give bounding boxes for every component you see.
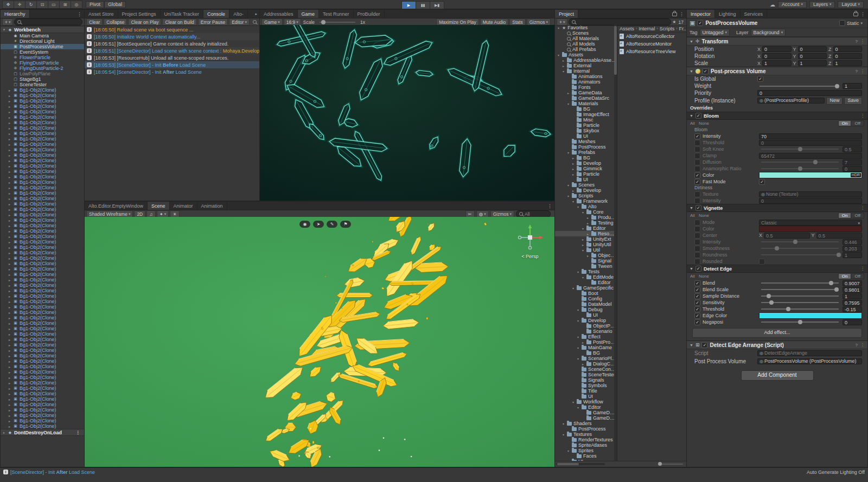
tree-arrow-icon[interactable]: ▾ <box>561 422 565 426</box>
console-log-row[interactable]: i[18:05:50] Initialize World Context aut… <box>85 33 259 40</box>
project-folder-prefabs[interactable]: ▾Prefabs <box>555 150 617 155</box>
project-folder-resource[interactable]: ▸Resource <box>555 231 617 236</box>
hierarchy-item-clone[interactable]: ▸▣Bg1-Obj2(Clone) <box>1 299 84 304</box>
expand-arrow-icon[interactable]: ▸ <box>8 137 11 141</box>
hierarchy-item-clone[interactable]: ▸▣Bg1-Obj2(Clone) <box>1 380 84 385</box>
project-folder-productio[interactable]: ▸Productio <box>555 215 617 220</box>
hierarchy-item-clone[interactable]: ▸▣Bg1-Obj2(Clone) <box>1 152 84 158</box>
project-folder-editor[interactable]: ▾Editor <box>555 404 617 410</box>
expand-arrow-icon[interactable]: ▸ <box>8 354 11 358</box>
expand-arrow-icon[interactable]: ▸ <box>8 343 11 347</box>
hierarchy-item-clone[interactable]: ▸▣Bg1-Obj2(Clone) <box>1 114 84 120</box>
override-checkbox[interactable] <box>694 140 700 146</box>
overlay-select-button[interactable]: ➤ <box>313 221 324 228</box>
project-folder-tests[interactable]: ▾Tests <box>555 269 617 274</box>
object-field[interactable]: ◎DetectEdgeArrange <box>757 350 862 356</box>
hierarchy-item-clone[interactable]: ▸▣Bg1-Obj2(Clone) <box>1 353 84 358</box>
expand-arrow-icon[interactable]: ▸ <box>8 251 11 255</box>
project-folder-unityext[interactable]: ▸UnityExt <box>555 236 617 242</box>
menu-icon[interactable]: ⋮ <box>860 39 865 44</box>
override-checkbox[interactable] <box>694 220 700 226</box>
project-folder-scenetester[interactable]: SceneTester <box>555 372 617 377</box>
tree-arrow-icon[interactable]: ▾ <box>571 400 575 404</box>
transform-tool-icon[interactable]: ⊞ <box>59 1 71 9</box>
layout-dropdown[interactable]: Layout▾ <box>838 1 864 8</box>
overlay-edit-button[interactable]: ✎ <box>327 221 337 228</box>
console-log-row[interactable]: i[18:05:51] [SceneDirector] Load scene w… <box>85 47 259 54</box>
rotation-x-field[interactable]: 0 <box>762 53 791 59</box>
add-effect-button[interactable]: Add effect... <box>692 328 862 338</box>
override-checkbox[interactable] <box>694 159 700 165</box>
pause-button[interactable]: ▮▮ <box>416 1 430 9</box>
move-tool-icon[interactable]: ✛ <box>14 1 25 9</box>
tree-arrow-icon[interactable]: ▾ <box>581 227 585 230</box>
project-folder-gamespecific[interactable]: ▾GameSpecific <box>555 285 617 291</box>
hierarchy-item-clone[interactable]: ▸▣Bg1-Obj2(Clone) <box>1 375 84 380</box>
hierarchy-item-clone[interactable]: ▸▣Bg1-Obj2(Clone) <box>1 402 84 407</box>
hierarchy-item-clone[interactable]: ▸▣Bg1-Obj2(Clone) <box>1 207 84 212</box>
override-checkbox[interactable]: ✓ <box>694 133 700 139</box>
expand-arrow-icon[interactable]: ▸ <box>8 370 11 374</box>
expand-arrow-icon[interactable]: ▸ <box>8 181 11 184</box>
override-checkbox[interactable]: ✓ <box>694 293 700 299</box>
override-checkbox[interactable]: ✓ <box>694 179 700 185</box>
enum-dropdown[interactable]: Classic▾ <box>759 220 862 226</box>
project-folder-particle[interactable]: ▸Particle <box>555 171 617 177</box>
tree-arrow-icon[interactable]: ▸ <box>581 237 585 241</box>
project-folder-develop[interactable]: ▸Develop <box>555 160 617 166</box>
slider-knob[interactable] <box>658 462 662 466</box>
scene-viewport-canvas[interactable] <box>85 217 554 467</box>
menu-icon[interactable]: ⋮ <box>75 430 80 435</box>
bloom-enabled-checkbox[interactable]: ✓ <box>695 113 701 119</box>
project-folder-postprocess[interactable]: PostProcess <box>555 144 617 150</box>
slider-knob[interactable] <box>793 240 797 244</box>
expand-arrow-icon[interactable]: ▸ <box>8 132 11 136</box>
tab-asset-store[interactable]: Asset Store <box>85 10 118 18</box>
expand-arrow-icon[interactable]: ▸ <box>8 278 11 282</box>
slider[interactable] <box>761 168 839 169</box>
expand-arrow-icon[interactable]: ▸ <box>8 300 11 304</box>
slider[interactable] <box>761 254 839 255</box>
foldout-arrow-icon[interactable]: ▼ <box>2 28 6 31</box>
hierarchy-item-flyingdustparticle[interactable]: ❊FlyingDustParticle <box>1 60 84 66</box>
value-field[interactable]: 1 <box>843 252 862 258</box>
project-folder-editmode[interactable]: ▾EditMode <box>555 274 617 280</box>
hierarchy-item-clone[interactable]: ▸▣Bg1-Obj2(Clone) <box>1 277 84 282</box>
slider-knob[interactable] <box>837 253 841 257</box>
project-folder-gamedatai[interactable]: GameDataI <box>555 415 617 421</box>
foldout-arrow-icon[interactable]: ▼ <box>690 206 693 210</box>
expand-arrow-icon[interactable]: ▸ <box>8 164 11 168</box>
profile-object-field[interactable]: ◎ (PostProcessProfile) <box>757 98 825 104</box>
expand-arrow-icon[interactable]: ▸ <box>8 332 11 336</box>
project-folder-scenes[interactable]: ▾Scenes <box>555 182 617 188</box>
tree-arrow-icon[interactable]: ▾ <box>566 194 570 198</box>
project-folder-bg[interactable]: BG <box>555 106 617 112</box>
override-checkbox[interactable]: ✓ <box>694 287 700 293</box>
value-field[interactable]: 0 <box>843 166 862 172</box>
hierarchy-item-clone[interactable]: ▸▣Bg1-Obj2(Clone) <box>1 272 84 277</box>
hierarchy-item-clone[interactable]: ▸▣Bg1-Obj2(Clone) <box>1 320 84 326</box>
value-field[interactable]: 0.7595 <box>843 300 862 306</box>
tree-arrow-icon[interactable]: ▸ <box>586 216 590 220</box>
expand-arrow-icon[interactable]: ▸ <box>8 349 11 352</box>
weight-slider[interactable] <box>760 86 839 87</box>
console-log-row[interactable]: i[18:05:50] Reload scene via boot sequen… <box>85 26 259 33</box>
scale-y-field[interactable]: 1 <box>798 60 827 66</box>
dontdestroy-scene-row[interactable]: ▸ ◆ DontDestroyOnLoad ⋮ <box>1 429 84 436</box>
tree-arrow-icon[interactable]: ▾ <box>581 210 585 214</box>
script-component-header[interactable]: ▼ ⊞ ✓ Detect Edge Arrange (Script) ?⋮ <box>687 340 867 349</box>
slider-knob[interactable] <box>786 307 790 311</box>
project-folder-scenecontext[interactable]: SceneContext <box>555 367 617 372</box>
play-button[interactable]: ▶ <box>401 1 416 9</box>
hierarchy-item-clone[interactable]: ▸▣Bg1-Obj2(Clone) <box>1 131 84 136</box>
menu-icon[interactable]: ⋮ <box>860 266 865 271</box>
hierarchy-item-postprocessvolume[interactable]: ▣PostProcessVolume <box>1 44 84 49</box>
project-folder-rendertextures[interactable]: RenderTextures <box>555 437 617 442</box>
project-folder-scripts[interactable]: ▾Scripts <box>555 193 617 198</box>
tree-arrow-icon[interactable]: ▸ <box>581 340 585 344</box>
expand-arrow-icon[interactable]: ▸ <box>8 425 11 428</box>
project-folder-sprites[interactable]: ▾Sprites <box>555 448 617 453</box>
hierarchy-item-clone[interactable]: ▸▣Bg1-Obj2(Clone) <box>1 228 84 234</box>
clear-on-build-toggle[interactable]: Clear on Build <box>162 18 196 25</box>
hierarchy-item-clone[interactable]: ▸▣Bg1-Obj2(Clone) <box>1 142 84 147</box>
